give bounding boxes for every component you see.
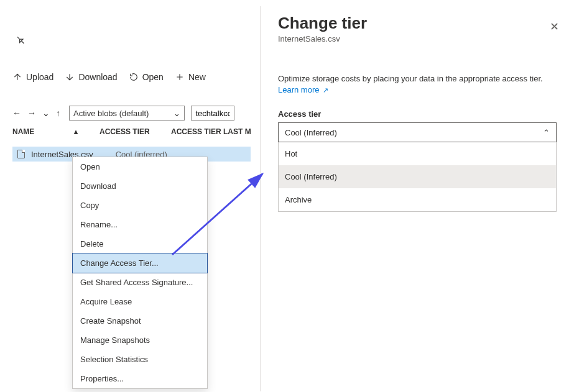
plus-icon [175,72,185,82]
access-tier-select[interactable]: Cool (Inferred) ⌃ [278,122,557,142]
navigation-bar: ← → ⌄ ↑ Active blobs (default) ⌄ [11,106,234,121]
nav-forward-icon[interactable]: → [26,107,37,119]
context-menu-item[interactable]: Change Access Tier... [73,253,207,273]
tier-option[interactable]: Hot [279,142,556,165]
access-tier-label: Access tier [278,109,557,119]
chevron-down-icon: ⌄ [174,109,180,118]
nav-up-icon[interactable]: ↑ [55,107,62,119]
upload-button[interactable]: Upload [12,72,53,82]
context-menu-item[interactable]: Rename... [73,215,207,234]
path-input[interactable] [191,106,234,121]
upload-label: Upload [26,72,53,82]
change-tier-panel: ✕ Change tier InternetSales.csv Optimize… [260,6,574,391]
context-menu-item[interactable]: Copy [73,196,207,215]
context-menu-item[interactable]: Get Shared Access Signature... [73,273,207,292]
pin-icon[interactable] [13,32,31,50]
download-icon [65,72,75,82]
panel-subtitle: InternetSales.csv [278,34,557,43]
context-menu-item[interactable]: Manage Snapshots [73,330,207,350]
context-menu-item[interactable]: Properties... [73,369,207,388]
nav-back-icon[interactable]: ← [11,107,22,119]
context-menu-item[interactable]: Delete [73,234,207,253]
panel-description: Optimize storage costs by placing your d… [278,73,557,96]
external-link-icon: ↗ [323,86,328,94]
nav-recent-icon[interactable]: ⌄ [41,107,51,119]
table-header: NAME ▴ ACCESS TIER ACCESS TIER LAST M [12,127,277,136]
column-access-tier[interactable]: ACCESS TIER [100,127,171,136]
context-menu-item[interactable]: Download [73,176,207,196]
context-menu-item[interactable]: Create Snapshot [73,311,207,330]
sort-asc-icon: ▴ [74,127,78,136]
context-menu-item[interactable]: Selection Statistics [73,350,207,369]
blob-filter-value: Active blobs (default) [73,109,149,118]
context-menu-item[interactable]: Acquire Lease [73,292,207,311]
open-icon [129,72,139,82]
close-icon[interactable]: ✕ [550,20,559,34]
new-button[interactable]: New [175,72,206,82]
toolbar: Upload Download Open New [12,72,206,82]
download-label: Download [78,72,117,82]
blob-filter-select[interactable]: Active blobs (default) ⌄ [69,106,185,121]
open-button[interactable]: Open [129,72,164,82]
file-icon [17,150,25,158]
panel-title: Change tier [278,14,557,33]
context-menu-item[interactable]: Open [73,157,207,176]
upload-icon [12,72,22,82]
open-label: Open [142,72,164,82]
new-label: New [188,72,206,82]
tier-option[interactable]: Cool (Inferred) [279,165,556,188]
download-button[interactable]: Download [65,72,117,82]
access-tier-value: Cool (Inferred) [285,128,337,137]
column-name[interactable]: NAME ▴ [12,127,100,136]
learn-more-link[interactable]: Learn more ↗ [278,85,328,94]
access-tier-dropdown: HotCool (Inferred)Archive [278,142,557,212]
context-menu: OpenDownloadCopyRename...DeleteChange Ac… [72,157,208,389]
tier-option[interactable]: Archive [279,188,556,211]
chevron-up-icon: ⌃ [543,128,550,137]
